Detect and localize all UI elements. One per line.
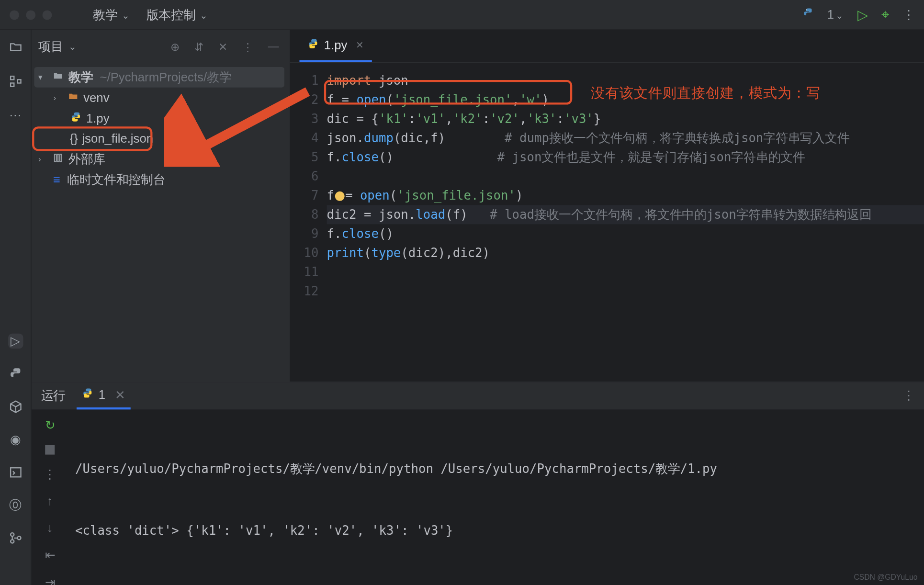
code[interactable]: import json f = open('json_file.json','w… <box>327 63 924 382</box>
python-console-icon[interactable] <box>8 366 23 381</box>
library-icon <box>52 152 65 167</box>
run-tab[interactable]: 1 ✕ <box>77 382 131 409</box>
annotation-highlight-line2 <box>324 80 572 104</box>
close-dot[interactable] <box>10 10 19 20</box>
tree-root-label: 教学 <box>68 69 93 85</box>
tree-file-json[interactable]: {} json_file.json <box>34 128 150 149</box>
annotation-arrow <box>164 85 321 167</box>
scroll-down-icon[interactable]: ↓ <box>47 521 53 535</box>
run-panel-title: 运行 <box>41 388 66 404</box>
structure-icon[interactable] <box>8 74 23 89</box>
svg-rect-4 <box>55 154 56 161</box>
tree-scratches[interactable]: ≡ 临时文件和控制台 <box>34 169 284 190</box>
svg-rect-8 <box>10 468 20 477</box>
watermark: CSDN @GDYuLuo <box>854 573 917 581</box>
folder-icon <box>67 90 79 105</box>
min-dot[interactable] <box>26 10 35 20</box>
scroll-to-end-icon[interactable]: ⇥ <box>45 575 55 585</box>
scroll-up-icon[interactable]: ↑ <box>47 494 53 508</box>
run-panel: 运行 1 ✕ ⋮ ↻ ⋮ ↑ ↓ ⇤ ⇥ /Users/yuluo/Pychar… <box>32 382 924 585</box>
close-tab-icon[interactable]: ✕ <box>356 40 364 51</box>
editor-tab-label: 1.py <box>324 38 348 52</box>
locate-icon[interactable]: ⊕ <box>170 40 180 53</box>
titlebar: 教学 版本控制 1 ▷ ⌖ ⋮ <box>0 0 924 30</box>
output-line: /Users/yuluo/PycharmProjects/教学/venv/bin… <box>75 459 897 479</box>
annotation-text: 没有该文件则直接创建，模式为：写 <box>591 83 821 102</box>
window-controls <box>10 10 52 20</box>
soft-wrap-icon[interactable]: ⇤ <box>45 548 55 562</box>
stop-icon[interactable] <box>45 445 55 455</box>
tree-root-path: ~/PycharmProjects/教学 <box>100 69 231 85</box>
run-tab-label: 1 <box>99 388 105 402</box>
run-more-icon[interactable]: ⋮ <box>902 388 915 403</box>
python-icon <box>802 8 813 22</box>
scratch-icon: ≡ <box>51 173 63 187</box>
settings-icon[interactable]: ⋮ <box>242 40 253 53</box>
services-icon[interactable]: ◉ <box>8 432 23 447</box>
svg-point-9 <box>10 533 13 536</box>
svg-rect-6 <box>60 154 62 161</box>
editor-tabs: 1.py ✕ <box>290 30 924 63</box>
more-icon[interactable]: ⋮ <box>902 7 915 22</box>
intention-bulb-icon[interactable] <box>335 191 344 201</box>
max-dot[interactable] <box>43 10 52 20</box>
json-file-icon: {} <box>70 132 78 146</box>
run-config-selector[interactable]: 1 <box>827 8 844 22</box>
more-icon[interactable]: ⋮ <box>44 467 56 482</box>
editor-tab-1py[interactable]: 1.py ✕ <box>299 30 372 62</box>
rerun-icon[interactable]: ↻ <box>45 418 55 433</box>
python-file-icon <box>308 38 319 52</box>
tree-external-libs-label: 外部库 <box>68 151 105 168</box>
menu-project[interactable]: 教学 <box>93 7 130 23</box>
debug-icon[interactable]: ⌖ <box>881 7 889 22</box>
git-icon[interactable] <box>8 530 23 545</box>
project-panel: 项目 ⊕ ⇵ ✕ ⋮ — ▾ 教学 ~/PycharmProjects/教学 › <box>32 30 290 383</box>
svg-rect-3 <box>17 79 21 83</box>
tree-scratches-label: 临时文件和控制台 <box>67 171 166 188</box>
project-view-selector[interactable]: 项目 <box>38 38 77 55</box>
expand-icon[interactable]: ⇵ <box>194 40 203 53</box>
run-icon[interactable]: ▷ <box>857 7 868 23</box>
tree-venv-label: venv <box>83 90 109 105</box>
python-file-icon <box>82 388 93 402</box>
problems-icon[interactable]: ⓪ <box>8 498 23 513</box>
svg-point-10 <box>10 540 13 543</box>
collapse-icon[interactable]: ✕ <box>218 40 227 53</box>
python-file-icon <box>70 111 82 125</box>
tree-file-1py-label: 1.py <box>86 111 110 125</box>
folder-icon <box>52 70 65 84</box>
svg-rect-2 <box>10 83 13 87</box>
code-area[interactable]: 123 456 789 101112 import json f = open(… <box>290 63 924 382</box>
left-tool-rail-bottom: ▷ ◉ ⓪ <box>0 324 32 585</box>
svg-rect-5 <box>57 154 59 161</box>
svg-point-11 <box>17 536 21 540</box>
tree-file-json-label: json_file.json <box>82 132 153 146</box>
more-vert-icon[interactable]: ⋯ <box>8 108 23 123</box>
run-tool-icon[interactable]: ▷ <box>8 334 23 349</box>
run-output[interactable]: /Users/yuluo/PycharmProjects/教学/venv/bin… <box>68 409 924 585</box>
packages-icon[interactable] <box>8 399 23 414</box>
terminal-icon[interactable] <box>8 465 23 480</box>
run-toolbar: ↻ ⋮ ↑ ↓ ⇤ ⇥ <box>32 409 68 585</box>
svg-line-7 <box>192 91 308 153</box>
svg-point-0 <box>806 10 807 11</box>
svg-rect-1 <box>10 76 13 79</box>
close-run-tab-icon[interactable]: ✕ <box>115 387 125 402</box>
menu-vcs[interactable]: 版本控制 <box>146 7 208 23</box>
editor: 1.py ✕ 123 456 789 101112 import json f … <box>290 30 924 383</box>
folder-icon[interactable] <box>8 40 23 55</box>
hide-icon[interactable]: — <box>268 40 279 53</box>
output-line: <class 'dict'> {'k1': 'v1', 'k2': 'v2', … <box>75 520 897 541</box>
